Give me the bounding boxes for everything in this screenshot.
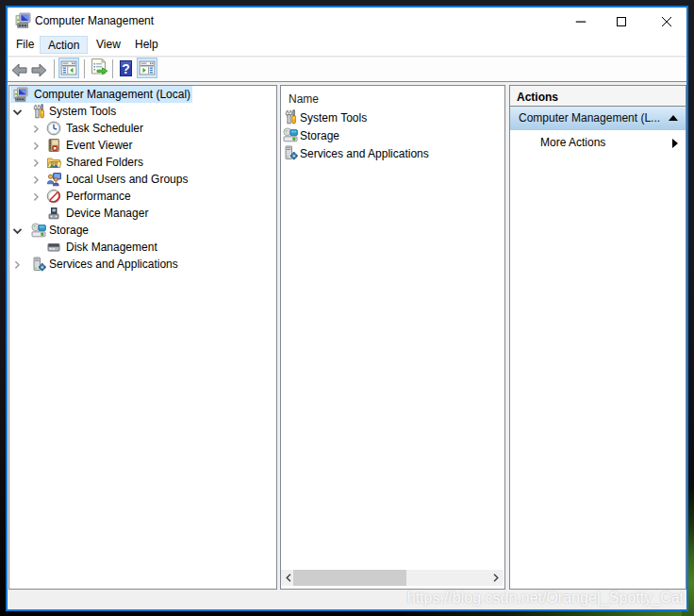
svg-text:?: ? xyxy=(122,61,130,76)
